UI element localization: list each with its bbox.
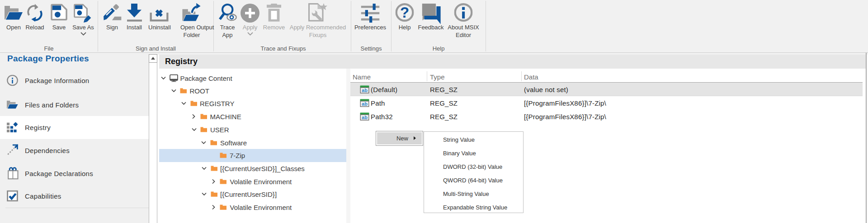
svg-text:?: ?	[400, 4, 409, 21]
svg-text:ab: ab	[362, 115, 368, 120]
svg-text:ab: ab	[362, 88, 368, 93]
svg-text:ab: ab	[362, 101, 368, 107]
